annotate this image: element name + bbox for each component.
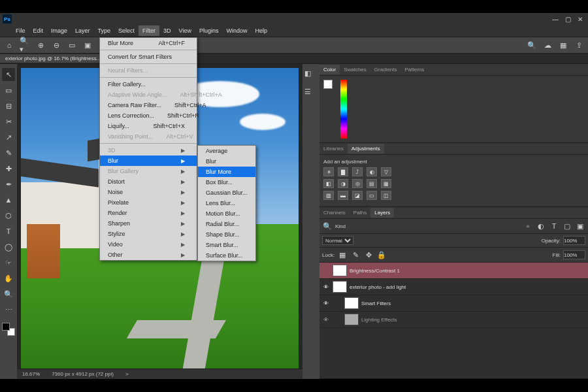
channel-mixer-adj-icon[interactable]: ▤ — [367, 179, 377, 188]
tool-10[interactable]: T — [2, 225, 15, 238]
vibrance-adj-icon[interactable]: ▽ — [381, 167, 391, 176]
tool-8[interactable]: ▲ — [2, 193, 15, 206]
filter-menu[interactable]: Blur MoreAlt+Ctrl+FConvert for Smart Fil… — [99, 37, 197, 261]
fill-input[interactable] — [563, 250, 585, 259]
menu-item[interactable]: Sharpen▶ — [100, 218, 197, 229]
selective-color-adj-icon[interactable]: ◫ — [381, 191, 391, 200]
tool-15[interactable]: ⋯ — [2, 303, 15, 316]
filter-smart-icon[interactable]: ▣ — [575, 221, 585, 231]
menu-item[interactable]: Video▶ — [100, 239, 197, 250]
tab-layers[interactable]: Layers — [370, 208, 394, 218]
tool-7[interactable]: ✒ — [2, 178, 15, 191]
tab-channels[interactable]: Channels — [319, 208, 350, 218]
menu-item[interactable]: Lens Blur... — [198, 198, 255, 208]
tab-adjustments[interactable]: Adjustments — [348, 144, 384, 154]
tab-color[interactable]: Color — [319, 65, 340, 74]
foreground-swatch[interactable] — [323, 80, 333, 89]
tool-5[interactable]: ✎ — [2, 146, 15, 159]
cloud-icon[interactable]: ☁ — [542, 40, 553, 50]
curves-adj-icon[interactable]: ⤴ — [352, 167, 363, 176]
menu-item[interactable]: Filter Gallery... — [100, 79, 197, 90]
fill-screen-icon[interactable]: ▣ — [82, 40, 93, 50]
filter-img-icon[interactable]: ▫ — [523, 221, 533, 231]
document-tab[interactable]: exterior photo.jpg @ 16.7% (Brightness..… — [0, 54, 106, 63]
menu-item[interactable]: Stylize▶ — [100, 229, 197, 239]
tool-6[interactable]: ✚ — [2, 162, 15, 175]
workspace-icon[interactable]: ▦ — [558, 40, 568, 50]
lock-transparent-icon[interactable]: ▦ — [337, 250, 348, 260]
blend-mode-select[interactable]: Normal — [322, 236, 353, 245]
layer-row[interactable]: Brightness/Contrast 1 — [319, 263, 588, 279]
tab-gradients[interactable]: Gradients — [370, 65, 401, 74]
lock-paint-icon[interactable]: ✎ — [350, 250, 361, 260]
blur-submenu[interactable]: AverageBlurBlur MoreBox Blur...Gaussian … — [197, 145, 256, 261]
status-chevron-icon[interactable]: > — [125, 371, 129, 377]
menu-file[interactable]: File — [12, 25, 29, 36]
menu-item[interactable]: Surface Blur... — [198, 250, 255, 261]
menu-item[interactable]: Gaussian Blur... — [198, 188, 255, 198]
collapsed-panel-strip[interactable]: ◧ ☰ — [302, 64, 319, 379]
menu-layer[interactable]: Layer — [71, 25, 94, 36]
menu-item[interactable]: Motion Blur... — [198, 208, 255, 219]
tab-paths[interactable]: Paths — [350, 208, 370, 218]
menu-edit[interactable]: Edit — [29, 25, 48, 36]
zoom-tool-icon[interactable]: 🔍▾ — [20, 40, 30, 50]
posterize-adj-icon[interactable]: ▬ — [338, 191, 348, 200]
menu-item[interactable]: Liquify...Shift+Ctrl+X — [100, 121, 197, 131]
menu-item[interactable]: Shape Blur... — [198, 229, 255, 240]
menu-item[interactable]: Distort▶ — [100, 176, 197, 187]
menu-item[interactable]: Render▶ — [100, 208, 197, 218]
minimize-button[interactable]: — — [552, 16, 559, 23]
brightness-adj-icon[interactable]: ☀ — [323, 167, 334, 176]
properties-icon[interactable]: ☰ — [302, 86, 313, 97]
zoom-in-icon[interactable]: ⊕ — [35, 40, 46, 50]
tool-14[interactable]: 🔍 — [2, 287, 15, 301]
maximize-button[interactable]: ▢ — [565, 16, 571, 23]
lock-all-icon[interactable]: 🔒 — [376, 250, 387, 260]
layer-row[interactable]: 👁Smart Filters — [319, 295, 588, 312]
filter-shape-icon[interactable]: ▢ — [562, 221, 572, 231]
tool-2[interactable]: ⊟ — [2, 99, 15, 112]
menu-3d[interactable]: 3D — [159, 25, 175, 36]
visibility-icon[interactable]: 👁 — [322, 301, 330, 306]
tool-1[interactable]: ▭ — [2, 84, 15, 97]
tool-12[interactable]: ☞ — [2, 256, 15, 269]
history-icon[interactable]: ◧ — [302, 68, 313, 78]
color-swatches[interactable] — [2, 323, 15, 336]
hue-slider[interactable] — [340, 80, 347, 139]
fit-screen-icon[interactable]: ▭ — [67, 40, 77, 50]
menu-item[interactable]: Blur▶ — [100, 155, 197, 166]
tool-0[interactable]: ↖ — [2, 68, 15, 81]
tool-13[interactable]: ✋ — [2, 272, 15, 285]
tab-swatches[interactable]: Swatches — [340, 65, 370, 74]
zoom-out-icon[interactable]: ⊖ — [51, 40, 61, 50]
threshold-adj-icon[interactable]: ◪ — [352, 191, 363, 200]
menu-item[interactable]: Lens Correction...Shift+Ctrl+R — [100, 110, 197, 121]
menu-item[interactable]: Radial Blur... — [198, 219, 255, 229]
opacity-input[interactable] — [563, 236, 585, 245]
invert-adj-icon[interactable]: ▨ — [323, 191, 334, 200]
tool-3[interactable]: ✂ — [2, 115, 15, 128]
menu-item[interactable]: Pixelate▶ — [100, 197, 197, 208]
menu-filter[interactable]: Filter — [139, 25, 159, 36]
tool-11[interactable]: ◯ — [2, 240, 15, 253]
menu-item[interactable]: Blur MoreAlt+Ctrl+F — [100, 38, 197, 48]
menu-item[interactable]: Camera Raw Filter...Shift+Ctrl+A — [100, 100, 197, 110]
close-button[interactable]: ✕ — [578, 16, 583, 23]
hue-adj-icon[interactable]: ◧ — [323, 179, 334, 188]
menu-item[interactable]: Average — [198, 146, 255, 156]
levels-adj-icon[interactable]: ▇ — [338, 167, 348, 176]
tool-4[interactable]: ↗ — [2, 131, 15, 144]
menu-view[interactable]: View — [175, 25, 195, 36]
menu-help[interactable]: Help — [252, 25, 272, 36]
menu-image[interactable]: Image — [47, 25, 71, 36]
menu-bar[interactable]: FileEditImageLayerTypeSelectFilter3DView… — [0, 25, 588, 37]
menu-select[interactable]: Select — [114, 25, 139, 36]
bw-adj-icon[interactable]: ◑ — [338, 179, 348, 188]
lut-adj-icon[interactable]: ▦ — [381, 179, 391, 188]
layer-row[interactable]: 👁exterior photo - add light — [319, 279, 588, 295]
menu-item[interactable]: Convert for Smart Filters — [100, 52, 197, 62]
filter-adj-icon[interactable]: ◐ — [536, 221, 546, 231]
menu-window[interactable]: Window — [223, 25, 252, 36]
menu-item[interactable]: Smart Blur... — [198, 240, 255, 250]
